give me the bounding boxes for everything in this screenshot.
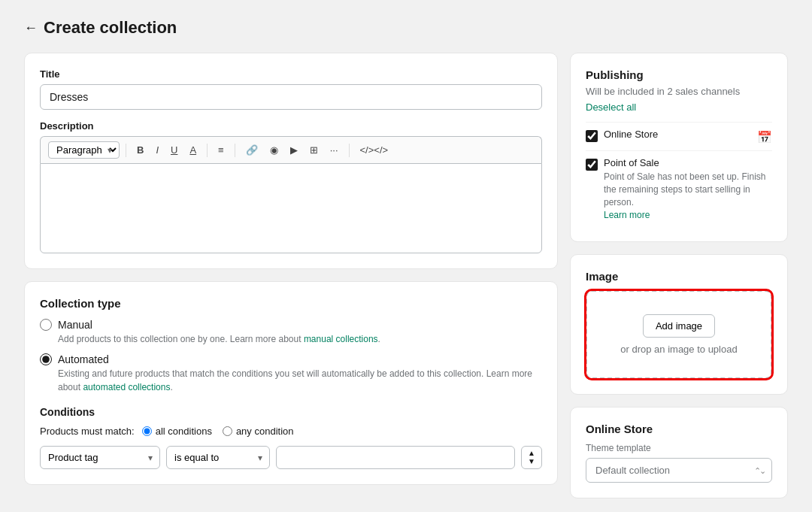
- automated-radio-desc: Existing and future products that match …: [58, 367, 542, 394]
- condition-row: Product tag Product title Product type P…: [40, 446, 542, 469]
- any-condition-label[interactable]: any condition: [223, 426, 294, 437]
- table-button[interactable]: ⊞: [305, 142, 323, 158]
- condition-value-input[interactable]: [276, 446, 515, 469]
- manual-radio-label: Manual: [58, 319, 92, 331]
- bold-button[interactable]: B: [132, 142, 148, 158]
- title-description-card: Title Dresses Description Paragraph B I …: [24, 53, 558, 269]
- image-card: Image Add image or drop an image to uplo…: [570, 254, 788, 395]
- automated-collections-link[interactable]: automated collections: [83, 382, 170, 392]
- page-title: Create collection: [44, 18, 177, 38]
- all-conditions-radio[interactable]: [142, 426, 152, 436]
- publishing-title: Publishing: [586, 68, 772, 81]
- theme-select-wrapper[interactable]: Default collection: [586, 458, 772, 483]
- online-store-info: Online Store: [604, 129, 751, 140]
- online-store-card-title: Online Store: [586, 423, 772, 435]
- toolbar-divider-3: [235, 144, 235, 157]
- calendar-icon: 📅: [757, 130, 772, 144]
- description-label: Description: [40, 120, 542, 132]
- video-button[interactable]: ▶: [286, 142, 302, 158]
- automated-radio[interactable]: [40, 353, 52, 365]
- pos-info: Point of Sale Point of Sale has not been…: [604, 157, 772, 220]
- pos-learn-more-link[interactable]: Learn more: [604, 210, 650, 220]
- toolbar-divider-4: [349, 144, 350, 157]
- editor-toolbar: Paragraph B I U A ≡ 🔗 ◉ ▶ ⊞ ···: [40, 136, 542, 163]
- condition-type-select[interactable]: Product tag Product title Product type P…: [40, 446, 160, 469]
- conditions-section: Conditions Products must match: all cond…: [40, 406, 542, 469]
- image-drop-zone[interactable]: Add image or drop an image to upload: [586, 290, 772, 379]
- link-button[interactable]: 🔗: [241, 142, 262, 158]
- all-conditions-label[interactable]: all conditions: [142, 426, 212, 437]
- online-store-checkbox[interactable]: [586, 130, 598, 142]
- description-editor[interactable]: [40, 163, 542, 253]
- manual-collections-link[interactable]: manual collections: [304, 334, 378, 344]
- back-button[interactable]: ←: [24, 20, 38, 36]
- match-row: Products must match: all conditions any …: [40, 426, 542, 437]
- match-label: Products must match:: [40, 426, 135, 437]
- collection-type-radio-group: Manual Add products to this collection o…: [40, 319, 542, 394]
- left-column: Title Dresses Description Paragraph B I …: [24, 53, 558, 485]
- automated-radio-label: Automated: [58, 353, 109, 365]
- any-condition-radio[interactable]: [223, 426, 232, 436]
- more-button[interactable]: ···: [326, 142, 343, 158]
- pos-checkbox[interactable]: [586, 159, 598, 171]
- pos-warning: Point of Sale has not been set up. Finis…: [604, 171, 772, 208]
- title-input[interactable]: Dresses: [40, 84, 542, 110]
- media-button[interactable]: ◉: [265, 142, 283, 158]
- add-image-button[interactable]: Add image: [643, 314, 715, 338]
- paragraph-select-wrapper[interactable]: Paragraph: [48, 141, 120, 159]
- collection-type-card: Collection type Manual Add products to t…: [24, 281, 558, 485]
- manual-radio-item: Manual Add products to this collection o…: [40, 319, 542, 346]
- online-store-card: Online Store Theme template Default coll…: [570, 407, 788, 498]
- publishing-card: Publishing Will be included in 2 sales c…: [570, 53, 788, 242]
- image-title: Image: [586, 270, 772, 283]
- condition-operator-wrapper[interactable]: is equal to is not equal to contains doe…: [166, 446, 270, 469]
- toolbar-divider-1: [126, 144, 126, 157]
- font-color-button[interactable]: A: [185, 142, 201, 158]
- conditions-title: Conditions: [40, 406, 542, 418]
- theme-label: Theme template: [586, 443, 772, 453]
- online-store-name: Online Store: [604, 129, 751, 140]
- match-radio-group: all conditions any condition: [142, 426, 294, 437]
- theme-template-select[interactable]: Default collection: [586, 458, 772, 483]
- condition-type-wrapper[interactable]: Product tag Product title Product type P…: [40, 446, 160, 469]
- channel-pos: Point of Sale Point of Sale has not been…: [586, 150, 772, 226]
- italic-button[interactable]: I: [151, 142, 163, 158]
- toolbar-divider-2: [207, 144, 208, 157]
- channel-online-store: Online Store 📅: [586, 122, 772, 150]
- code-button[interactable]: </></>: [356, 142, 393, 158]
- manual-radio-desc: Add products to this collection one by o…: [58, 332, 542, 346]
- automated-radio-item: Automated Existing and future products t…: [40, 353, 542, 394]
- underline-button[interactable]: U: [166, 142, 182, 158]
- pos-name: Point of Sale: [604, 157, 772, 168]
- condition-operator-select[interactable]: is equal to is not equal to contains doe…: [166, 446, 270, 469]
- deselect-all-link[interactable]: Deselect all: [586, 101, 772, 113]
- paragraph-select[interactable]: Paragraph: [48, 141, 120, 159]
- collection-type-title: Collection type: [40, 297, 542, 310]
- title-label: Title: [40, 68, 542, 80]
- right-column: Publishing Will be included in 2 sales c…: [570, 53, 788, 498]
- page-header: ← Create collection: [24, 18, 788, 38]
- align-button[interactable]: ≡: [214, 142, 229, 158]
- drop-text: or drop an image to upload: [620, 344, 737, 355]
- spinner-button[interactable]: ▲ ▼: [521, 446, 542, 469]
- manual-radio[interactable]: [40, 319, 52, 331]
- publishing-subtitle: Will be included in 2 sales channels: [586, 86, 772, 97]
